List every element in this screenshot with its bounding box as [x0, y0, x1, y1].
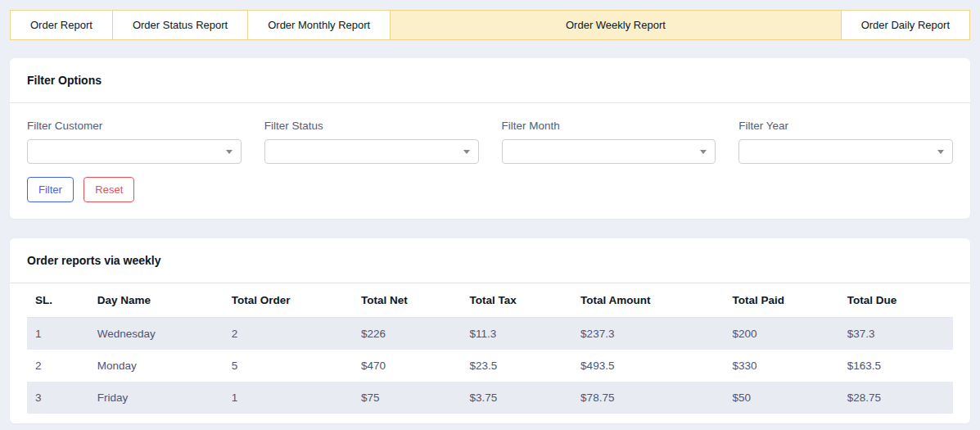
chevron-down-icon: [226, 150, 233, 154]
weekly-report-card: Order reports via weekly SL.Day NameTota…: [10, 238, 970, 423]
filter-customer-select[interactable]: [27, 139, 242, 164]
filter-month-select[interactable]: [502, 139, 716, 164]
table-cell: $237.3: [572, 318, 724, 351]
chevron-down-icon: [937, 150, 944, 154]
tab-order-report[interactable]: Order Report: [10, 10, 113, 40]
weekly-report-table-wrap: SL.Day NameTotal OrderTotal NetTotal Tax…: [10, 283, 970, 423]
table-cell: Monday: [89, 350, 224, 382]
table-cell: 2: [27, 350, 89, 382]
filter-field: Filter Customer: [27, 120, 242, 164]
filter-field-label: Filter Month: [502, 120, 716, 132]
filter-year-select[interactable]: [738, 139, 953, 164]
table-cell: 1: [224, 382, 353, 414]
table-cell: 1: [27, 318, 89, 351]
table-cell: $28.75: [839, 382, 953, 414]
tab-order-daily-report[interactable]: Order Daily Report: [841, 10, 970, 40]
table-cell: $200: [725, 318, 839, 351]
filter-field: Filter Status: [264, 120, 479, 164]
filter-options-body: Filter CustomerFilter StatusFilter Month…: [10, 103, 970, 219]
column-header-total-due: Total Due: [839, 283, 953, 318]
table-row: 1Wednesday2$226$11.3$237.3$200$37.3: [27, 318, 953, 351]
column-header-day-name: Day Name: [89, 283, 224, 318]
weekly-report-title: Order reports via weekly: [10, 238, 970, 283]
table-cell: $493.5: [572, 350, 724, 382]
table-cell: $330: [725, 350, 839, 382]
filter-button[interactable]: Filter: [27, 177, 74, 202]
tab-order-weekly-report[interactable]: Order Weekly Report: [390, 10, 841, 40]
table-cell: $3.75: [461, 382, 572, 414]
table-cell: $226: [353, 318, 461, 351]
column-header-total-tax: Total Tax: [461, 283, 572, 318]
chevron-down-icon: [700, 150, 707, 154]
reset-button[interactable]: Reset: [84, 177, 134, 202]
filter-fields: Filter CustomerFilter StatusFilter Month…: [27, 120, 953, 164]
filter-field: Filter Month: [502, 120, 716, 164]
table-cell: $75: [353, 382, 461, 414]
column-header-total-amount: Total Amount: [572, 283, 724, 318]
column-header-sl: SL.: [27, 283, 89, 318]
table-cell: $50: [725, 382, 839, 414]
table-cell: Wednesday: [89, 318, 224, 351]
table-cell: $163.5: [839, 350, 953, 382]
table-cell: $78.75: [572, 382, 724, 414]
table-cell: 2: [224, 318, 353, 351]
filter-field-label: Filter Status: [264, 120, 479, 132]
column-header-total-paid: Total Paid: [725, 283, 839, 318]
filter-status-select[interactable]: [264, 139, 479, 164]
table-cell: Friday: [89, 382, 224, 414]
report-tabs: Order ReportOrder Status ReportOrder Mon…: [10, 10, 970, 40]
chevron-down-icon: [463, 150, 470, 154]
column-header-total-net: Total Net: [353, 283, 461, 318]
table-cell: 3: [27, 382, 89, 414]
filter-field: Filter Year: [738, 120, 953, 164]
table-row: 3Friday1$75$3.75$78.75$50$28.75: [27, 382, 953, 414]
weekly-report-table: SL.Day NameTotal OrderTotal NetTotal Tax…: [27, 283, 953, 414]
tab-order-status-report[interactable]: Order Status Report: [112, 10, 248, 40]
table-cell: $11.3: [461, 318, 572, 351]
table-cell: 5: [224, 350, 353, 382]
filter-options-card: Filter Options Filter CustomerFilter Sta…: [10, 58, 970, 219]
filter-buttons: Filter Reset: [27, 177, 953, 202]
filter-field-label: Filter Customer: [27, 120, 242, 132]
filter-options-title: Filter Options: [10, 58, 970, 103]
table-header-row: SL.Day NameTotal OrderTotal NetTotal Tax…: [27, 283, 953, 318]
table-row: 2Monday5$470$23.5$493.5$330$163.5: [27, 350, 953, 382]
tab-order-monthly-report[interactable]: Order Monthly Report: [247, 10, 391, 40]
table-cell: $470: [353, 350, 461, 382]
filter-field-label: Filter Year: [738, 120, 953, 132]
table-cell: $37.3: [839, 318, 953, 351]
table-cell: $23.5: [461, 350, 572, 382]
column-header-total-order: Total Order: [224, 283, 353, 318]
table-body: 1Wednesday2$226$11.3$237.3$200$37.32Mond…: [27, 318, 953, 414]
